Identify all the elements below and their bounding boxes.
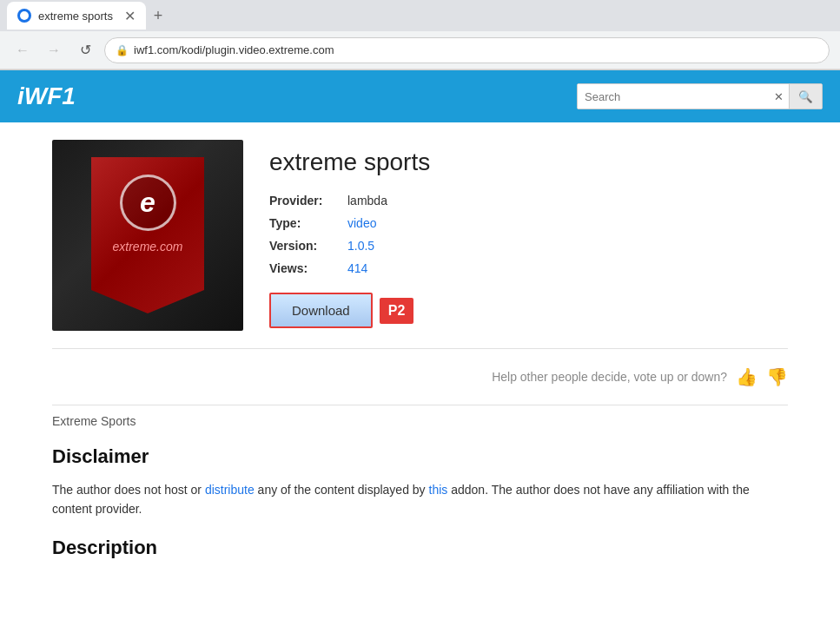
views-row: Views: 414 — [269, 261, 788, 275]
tab-close-button[interactable]: ✕ — [124, 8, 136, 24]
plugin-image: e extreme.com — [52, 140, 243, 331]
active-tab[interactable]: extreme sports ✕ — [7, 2, 146, 30]
content-section: Extreme Sports Disclaimer The author doe… — [52, 414, 788, 559]
plugin-name-label: Extreme Sports — [52, 414, 788, 428]
forward-button[interactable]: → — [42, 38, 66, 63]
site-logo[interactable]: iWF1 — [17, 82, 76, 110]
tab-label: extreme sports — [38, 10, 113, 23]
views-value: 414 — [347, 261, 367, 275]
search-submit-button[interactable]: 🔍 — [789, 84, 822, 109]
browser-chrome: extreme sports ✕ + ← → ↺ 🔒 iwf1.com/kodi… — [0, 0, 840, 70]
plugin-info: extreme sports Provider: lambda Type: vi… — [269, 140, 788, 331]
download-button[interactable]: Download — [269, 293, 373, 328]
version-label: Version: — [269, 239, 347, 253]
address-text: iwf1.com/kodi/plugin.video.extreme.com — [134, 43, 818, 56]
type-value: video — [347, 216, 376, 230]
provider-row: Provider: lambda — [269, 194, 788, 208]
thumbs-up-button[interactable]: 👍 — [736, 366, 757, 387]
search-clear-button[interactable]: ✕ — [769, 90, 789, 103]
ribbon-logo-letter: e — [140, 187, 155, 219]
p2-badge: P2 — [380, 298, 414, 324]
download-area: Download P2 — [269, 293, 788, 328]
reload-button[interactable]: ↺ — [73, 38, 97, 63]
vote-help-text: Help other people decide, vote up or dow… — [492, 370, 727, 384]
tab-favicon — [17, 9, 31, 23]
this-link[interactable]: this — [429, 483, 448, 497]
type-label: Type: — [269, 216, 347, 230]
version-value: 1.0.5 — [347, 239, 374, 253]
site-header: iWF1 ✕ 🔍 — [0, 70, 840, 122]
disclaimer-text: The author does not host or distribute a… — [52, 480, 788, 519]
tab-bar: extreme sports ✕ + — [0, 0, 840, 31]
thumbs-down-button[interactable]: 👎 — [766, 366, 788, 387]
main-content: e extreme.com extreme sports Provider: l… — [0, 122, 840, 589]
back-button[interactable]: ← — [10, 38, 35, 63]
search-bar: ✕ 🔍 — [577, 83, 823, 109]
plugin-thumbnail: e extreme.com — [52, 140, 243, 331]
lock-icon: 🔒 — [116, 44, 129, 56]
new-tab-button[interactable]: + — [146, 3, 170, 28]
search-input[interactable] — [578, 84, 769, 109]
ribbon-logo-circle: e — [120, 175, 176, 231]
ribbon-text: extreme.com — [113, 240, 183, 254]
ribbon-extreme: extreme — [113, 240, 157, 254]
provider-value: lambda — [347, 194, 387, 208]
ribbon-dot-com: .com — [156, 240, 182, 254]
distribute-link[interactable]: distribute — [205, 483, 255, 497]
plugin-title: extreme sports — [269, 148, 788, 176]
divider-2 — [52, 405, 788, 405]
version-row: Version: 1.0.5 — [269, 239, 788, 253]
address-bar[interactable]: 🔒 iwf1.com/kodi/plugin.video.extreme.com — [104, 37, 830, 63]
ribbon-banner: e extreme.com — [91, 157, 204, 313]
vote-section: Help other people decide, vote up or dow… — [52, 358, 788, 396]
provider-label: Provider: — [269, 194, 347, 208]
divider-1 — [52, 348, 788, 349]
views-label: Views: — [269, 261, 347, 275]
search-icon: 🔍 — [798, 90, 813, 103]
nav-bar: ← → ↺ 🔒 iwf1.com/kodi/plugin.video.extre… — [0, 31, 840, 69]
plugin-section: e extreme.com extreme sports Provider: l… — [52, 140, 788, 331]
type-row: Type: video — [269, 216, 788, 230]
disclaimer-heading: Disclaimer — [52, 445, 788, 468]
description-heading: Description — [52, 537, 788, 559]
